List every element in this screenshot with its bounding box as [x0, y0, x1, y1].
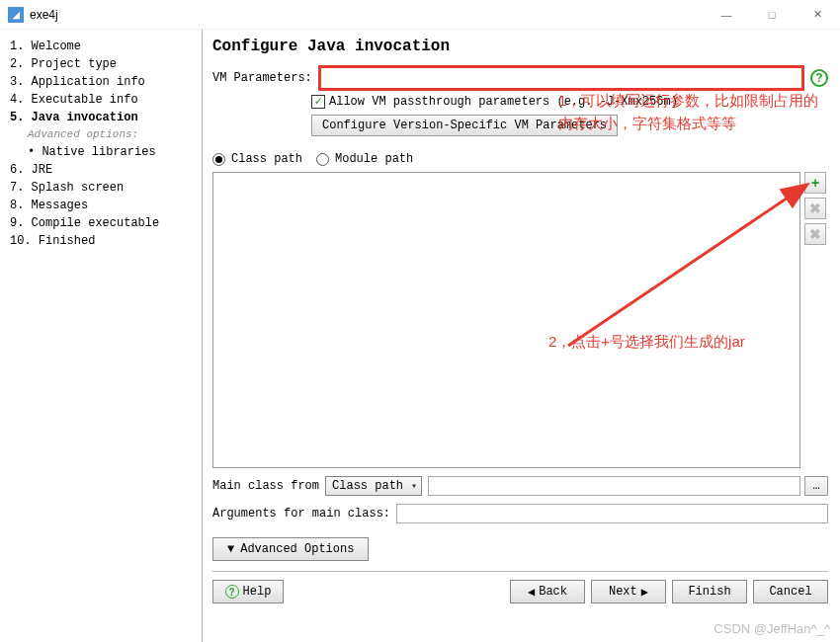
browse-main-class-button[interactable]: … — [804, 476, 828, 496]
step-sidebar: 1. Welcome 2. Project type 3. Applicatio… — [0, 30, 203, 642]
step-application-info[interactable]: 3. Application info — [10, 73, 202, 91]
remove-entry-button[interactable]: ✖ — [804, 198, 826, 219]
vm-parameters-input[interactable] — [318, 65, 804, 91]
arguments-input[interactable] — [396, 504, 828, 523]
step-executable-info[interactable]: 4. Executable info — [10, 91, 202, 109]
classpath-list-buttons: + ✖ ✖ — [800, 172, 828, 468]
step-messages[interactable]: 8. Messages — [10, 197, 202, 214]
help-icon-small: ? — [225, 585, 239, 599]
advanced-options-label: Advanced options: — [10, 126, 202, 143]
step-welcome[interactable]: 1. Welcome — [10, 38, 202, 55]
footer-divider — [212, 571, 828, 572]
arrow-right-icon: ▶ — [641, 585, 648, 600]
nav-buttons: ◀ Back Next ▶ Finish Cancel — [510, 580, 828, 603]
app-icon: ◢ — [8, 7, 24, 23]
maximize-button[interactable]: □ — [749, 0, 795, 30]
window-buttons: — □ ✕ — [704, 0, 840, 30]
classpath-listbox[interactable] — [212, 172, 800, 468]
arguments-row: Arguments for main class: — [212, 504, 828, 523]
watermark: exe4j — [0, 514, 10, 632]
finish-button[interactable]: Finish — [672, 580, 747, 603]
main-class-input[interactable] — [428, 476, 800, 496]
vm-parameters-label: VM Parameters: — [212, 71, 312, 85]
arguments-label: Arguments for main class: — [212, 507, 390, 521]
content-panel: Configure Java invocation VM Parameters:… — [203, 30, 840, 642]
step-jre[interactable]: 6. JRE — [10, 161, 202, 179]
main-class-from-select[interactable]: Class path — [325, 476, 422, 496]
footer: ? Help ◀ Back Next ▶ Finish Cancel — [212, 580, 828, 603]
classpath-list-wrap: + ✖ ✖ — [212, 172, 828, 468]
csdn-watermark: CSDN @JeffHan^_^ — [714, 621, 830, 636]
next-button[interactable]: Next ▶ — [591, 580, 666, 603]
back-button[interactable]: ◀ Back — [510, 580, 585, 603]
titlebar-left: ◢ exe4j — [8, 7, 58, 23]
annotation-1: 1，可以填写运行参数，比如限制占用的内存大小，字符集格式等等 — [558, 90, 825, 134]
step-compile-executable[interactable]: 9. Compile executable — [10, 214, 202, 232]
vm-parameters-row: VM Parameters: ? — [212, 65, 828, 91]
path-radio-group: Class path Module path — [212, 152, 828, 166]
window-title: exe4j — [30, 8, 58, 22]
add-entry-button[interactable]: + — [804, 172, 826, 194]
arrow-left-icon: ◀ — [528, 585, 535, 600]
modulepath-radio-label[interactable]: Module path — [335, 152, 413, 166]
main-class-from-label: Main class from — [212, 479, 319, 493]
help-icon[interactable]: ? — [810, 69, 828, 87]
titlebar: ◢ exe4j — □ ✕ — [0, 0, 840, 30]
classpath-radio[interactable] — [212, 153, 225, 166]
step-finished[interactable]: 10. Finished — [10, 232, 202, 250]
step-native-libraries[interactable]: • Native libraries — [10, 143, 202, 161]
chevron-down-icon: ▼ — [227, 542, 234, 556]
remove-entry-button-2[interactable]: ✖ — [804, 223, 826, 245]
classpath-radio-label[interactable]: Class path — [231, 152, 302, 166]
step-java-invocation[interactable]: 5. Java invocation — [10, 109, 202, 126]
page-heading: Configure Java invocation — [212, 38, 828, 55]
step-splash-screen[interactable]: 7. Splash screen — [10, 179, 202, 197]
modulepath-radio[interactable] — [316, 153, 329, 166]
cancel-button[interactable]: Cancel — [753, 580, 828, 603]
step-project-type[interactable]: 2. Project type — [10, 55, 202, 73]
help-button[interactable]: ? Help — [212, 580, 284, 603]
main-class-row: Main class from Class path … — [212, 476, 828, 496]
close-button[interactable]: ✕ — [795, 0, 840, 30]
advanced-options-button[interactable]: ▼ Advanced Options — [212, 537, 369, 561]
annotation-2: 2，点击+号选择我们生成的jar — [548, 331, 776, 354]
allow-passthrough-checkbox[interactable]: ✓ — [311, 95, 325, 109]
minimize-button[interactable]: — — [704, 0, 749, 30]
